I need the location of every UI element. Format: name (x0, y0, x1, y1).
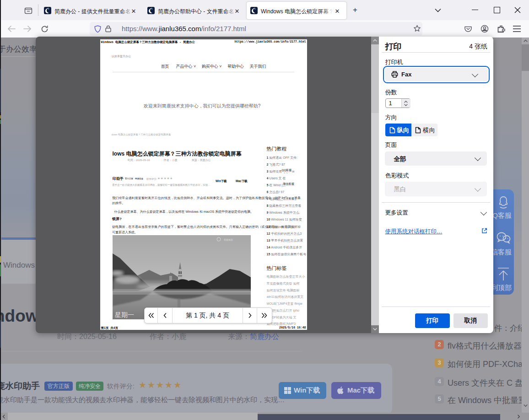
svg-text:星期推荐: 星期推荐 (224, 238, 233, 241)
svg-text:星期一: 星期一 (115, 311, 134, 318)
